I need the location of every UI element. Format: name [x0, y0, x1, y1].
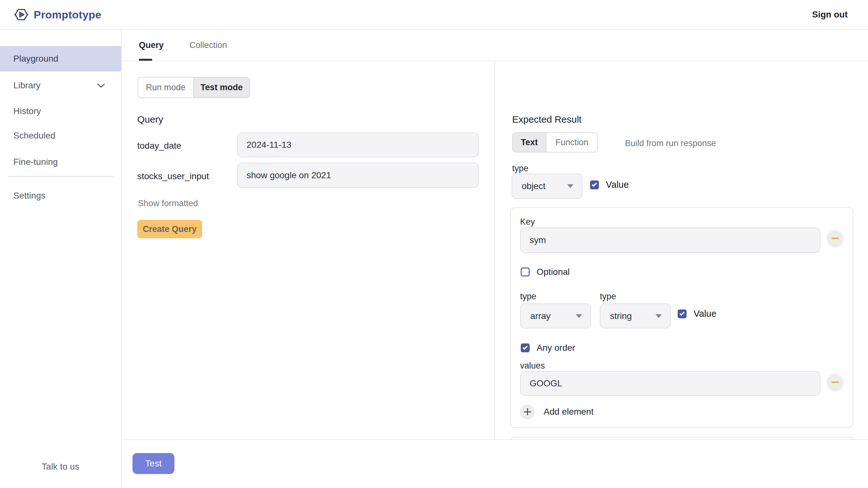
- sidebar-item-settings[interactable]: Settings: [0, 183, 121, 208]
- remove-key-button[interactable]: [828, 231, 843, 246]
- app-title: Promptotype: [34, 8, 101, 21]
- today-date-input[interactable]: [237, 132, 479, 157]
- minus-icon: [832, 382, 839, 383]
- mode-toggle: Run mode Test mode: [137, 77, 250, 98]
- optional-checkbox[interactable]: [521, 268, 530, 276]
- chevron-down-icon: [567, 184, 574, 188]
- talk-to-us-link[interactable]: Talk to us: [0, 454, 121, 480]
- result-type-toggle: Text Function: [512, 132, 598, 152]
- element-type-select-value: string: [610, 311, 631, 321]
- header: Promptotype Sign out: [0, 0, 868, 30]
- item-type-select[interactable]: array: [520, 303, 591, 329]
- plus-icon: [520, 405, 534, 419]
- sidebar: Playground Library History Scheduled Fin…: [0, 30, 122, 488]
- card-value-checkbox-label: Value: [693, 308, 716, 319]
- type-select-value: object: [522, 181, 546, 191]
- any-order-checkbox[interactable]: [521, 343, 530, 352]
- any-order-checkbox-row: Any order: [521, 343, 575, 353]
- element-type-label: type: [600, 291, 616, 302]
- check-icon: [592, 181, 597, 186]
- footer-divider: [122, 439, 868, 440]
- key-label: Key: [520, 217, 535, 227]
- sign-out-button[interactable]: Sign out: [812, 9, 848, 20]
- check-icon: [679, 310, 684, 315]
- key-input[interactable]: [520, 227, 820, 253]
- sidebar-item-playground[interactable]: Playground: [0, 46, 121, 71]
- test-button[interactable]: Test: [132, 453, 175, 474]
- sidebar-item-label: Playground: [13, 54, 58, 64]
- logo-icon: [14, 7, 29, 22]
- value-checkbox-row: Value: [590, 180, 629, 190]
- next-card-peek: [510, 437, 854, 439]
- sidebar-item-history[interactable]: History: [0, 98, 121, 124]
- tab-collection[interactable]: Collection: [189, 30, 227, 61]
- sidebar-item-label: Scheduled: [13, 130, 55, 141]
- chevron-down-icon: [655, 314, 662, 318]
- values-label: values: [520, 361, 545, 371]
- text-mode-button[interactable]: Text: [513, 133, 547, 152]
- sidebar-item-label: Library: [13, 81, 41, 91]
- item-type-select-value: array: [530, 311, 551, 321]
- expected-result-heading: Expected Result: [512, 114, 582, 125]
- sidebar-item-scheduled[interactable]: Scheduled: [0, 123, 121, 148]
- field-label-today-date: today_date: [137, 141, 181, 151]
- sidebar-item-label: Settings: [13, 191, 45, 201]
- build-from-run-response-link[interactable]: Build from run response: [625, 139, 716, 148]
- sidebar-divider: [8, 176, 114, 177]
- tab-bar: Query Collection: [122, 30, 868, 61]
- test-mode-button[interactable]: Test mode: [193, 78, 249, 97]
- optional-checkbox-row: Optional: [521, 267, 570, 277]
- tab-query[interactable]: Query: [139, 30, 164, 61]
- value-element-input[interactable]: [520, 371, 820, 396]
- value-checkbox-label: Value: [606, 180, 629, 190]
- active-tab-underline: [139, 59, 152, 61]
- add-element-label: Add element: [544, 407, 593, 417]
- element-type-select[interactable]: string: [600, 303, 671, 329]
- chevron-down-icon: [97, 83, 105, 88]
- app: Promptotype Sign out Playground Library …: [0, 0, 868, 488]
- expected-result-panel: Expected Result Text Function Build from…: [494, 61, 868, 439]
- check-icon: [522, 345, 527, 350]
- function-mode-button[interactable]: Function: [547, 133, 597, 152]
- chevron-down-icon: [576, 314, 582, 318]
- any-order-checkbox-label: Any order: [537, 343, 575, 353]
- item-type-label: type: [520, 291, 536, 302]
- add-element-button[interactable]: Add element: [520, 405, 593, 419]
- sidebar-item-label: History: [13, 106, 41, 116]
- key-card: Key Optional type type array string: [510, 207, 854, 428]
- query-heading: Query: [137, 114, 163, 125]
- logo[interactable]: Promptotype: [14, 7, 101, 22]
- sidebar-item-library[interactable]: Library: [0, 73, 121, 98]
- sidebar-item-label: Fine-tuning: [13, 157, 58, 167]
- card-value-checkbox-row: Value: [678, 308, 716, 319]
- show-formatted-link[interactable]: Show formatted: [138, 199, 198, 208]
- type-label: type: [512, 163, 528, 174]
- query-panel: Run mode Test mode Query today_date stoc…: [122, 61, 494, 439]
- value-checkbox[interactable]: [590, 180, 599, 189]
- sidebar-item-fine-tuning[interactable]: Fine-tuning: [0, 149, 121, 175]
- create-query-button[interactable]: Create Query: [137, 220, 202, 238]
- field-label-stocks-user-input: stocks_user_input: [137, 171, 209, 182]
- stocks-user-input-input[interactable]: [237, 163, 479, 188]
- optional-checkbox-label: Optional: [537, 267, 570, 277]
- card-value-checkbox[interactable]: [678, 309, 687, 318]
- run-mode-button[interactable]: Run mode: [138, 78, 193, 97]
- minus-icon: [832, 238, 839, 239]
- remove-value-button[interactable]: [828, 374, 843, 390]
- type-select[interactable]: object: [512, 174, 582, 199]
